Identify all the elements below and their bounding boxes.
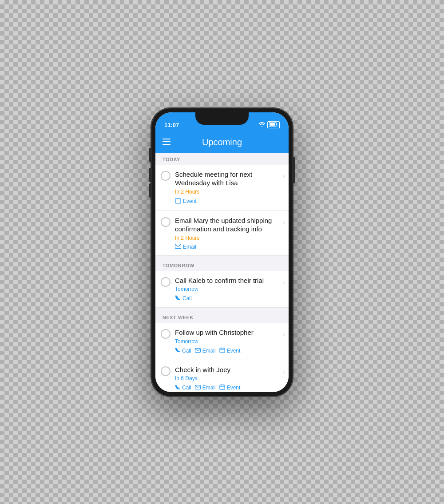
email-icon-4 bbox=[195, 348, 201, 354]
task-time-1: In 2 Hours bbox=[175, 189, 281, 195]
tag-call-4: Call bbox=[175, 347, 191, 354]
task-tags-4: Call Email bbox=[175, 347, 281, 354]
battery-icon bbox=[267, 121, 280, 128]
svg-rect-11 bbox=[220, 348, 225, 352]
svg-rect-8 bbox=[175, 200, 181, 200]
hamburger-icon[interactable] bbox=[163, 138, 170, 147]
tag-call-label-3: Call bbox=[182, 295, 192, 302]
section-header-next-week: NEXT WEEK bbox=[155, 311, 289, 323]
tag-call-label-5: Call bbox=[182, 385, 191, 391]
task-content-5: Check in with Joey In 6 Days Call bbox=[175, 365, 281, 392]
task-title-4: Follow up with Christopher bbox=[175, 328, 281, 337]
task-radio-2[interactable] bbox=[161, 217, 170, 227]
call-icon-4 bbox=[175, 347, 180, 354]
phone-screen: 11:07 bbox=[155, 112, 289, 392]
calendar-icon-4 bbox=[219, 347, 225, 354]
tag-email-label-5: Email bbox=[202, 385, 216, 391]
chevron-icon-3: › bbox=[283, 279, 285, 286]
task-tags-2: Email bbox=[175, 244, 281, 250]
section-divider-1 bbox=[155, 256, 289, 259]
task-tags-1: Event bbox=[175, 198, 281, 205]
tag-event-5: Event bbox=[219, 384, 241, 391]
chevron-icon-5: › bbox=[283, 368, 285, 375]
task-radio-1[interactable] bbox=[161, 171, 170, 181]
svg-rect-19 bbox=[220, 386, 225, 387]
calendar-icon bbox=[175, 198, 181, 205]
svg-rect-2 bbox=[163, 139, 170, 139]
task-item-3[interactable]: Call Kaleb to confirm their trial Tomorr… bbox=[155, 271, 289, 308]
svg-rect-3 bbox=[163, 141, 170, 142]
chevron-icon-1: › bbox=[283, 173, 285, 180]
section-header-tomorrow: TOMORROW bbox=[155, 259, 289, 271]
task-time-3: Tomorrow bbox=[175, 286, 281, 292]
tag-call-3: Call bbox=[175, 295, 192, 302]
svg-rect-14 bbox=[220, 349, 225, 349]
tag-event-label-5: Event bbox=[227, 385, 241, 391]
content-area: TODAY Schedule meeting for next Wednesda… bbox=[155, 153, 289, 392]
svg-rect-4 bbox=[163, 144, 170, 145]
tag-email-label-2: Email bbox=[183, 244, 196, 250]
task-content-3: Call Kaleb to confirm their trial Tomorr… bbox=[175, 276, 281, 302]
task-radio-5[interactable] bbox=[161, 366, 170, 376]
calendar-icon-5 bbox=[219, 384, 225, 391]
task-time-2: In 2 Hours bbox=[175, 235, 281, 241]
wifi-icon bbox=[259, 122, 265, 127]
tag-call-label-4: Call bbox=[182, 348, 191, 354]
tag-event-4: Event bbox=[219, 347, 241, 354]
svg-rect-18 bbox=[223, 384, 223, 385]
svg-rect-5 bbox=[175, 198, 181, 203]
task-title-5: Check in with Joey bbox=[175, 365, 281, 374]
status-icons bbox=[259, 121, 280, 128]
task-tags-3: Call bbox=[175, 295, 281, 302]
nav-title: Upcoming bbox=[178, 137, 266, 147]
task-title-2: Email Mary the updated shipping confirma… bbox=[175, 216, 281, 234]
svg-rect-13 bbox=[223, 347, 223, 349]
tag-event-label-4: Event bbox=[227, 348, 241, 354]
task-item-4[interactable]: Follow up with Christopher Tomorrow Call bbox=[155, 323, 289, 360]
chevron-icon-4: › bbox=[283, 331, 285, 338]
task-item[interactable]: Schedule meeting for next Wednesday with… bbox=[155, 165, 289, 211]
task-item-5[interactable]: Check in with Joey In 6 Days Call bbox=[155, 360, 289, 392]
svg-rect-1 bbox=[270, 123, 275, 126]
svg-rect-7 bbox=[179, 198, 180, 199]
task-title-3: Call Kaleb to confirm their trial bbox=[175, 276, 281, 285]
tag-event-1: Event bbox=[175, 198, 197, 205]
call-icon-5 bbox=[175, 385, 180, 391]
task-time-4: Tomorrow bbox=[175, 338, 281, 345]
task-content-1: Schedule meeting for next Wednesday with… bbox=[175, 170, 281, 205]
status-bar: 11:07 bbox=[155, 112, 289, 132]
task-content-2: Email Mary the updated shipping confirma… bbox=[175, 216, 281, 250]
task-radio-3[interactable] bbox=[161, 277, 170, 287]
tag-call-5: Call bbox=[175, 384, 191, 391]
tag-email-2: Email bbox=[175, 244, 196, 250]
section-divider-2 bbox=[155, 308, 289, 311]
svg-rect-17 bbox=[221, 384, 221, 385]
section-header-today: TODAY bbox=[155, 153, 289, 165]
nav-bar: Upcoming bbox=[155, 132, 289, 153]
task-content-4: Follow up with Christopher Tomorrow Call bbox=[175, 328, 281, 354]
email-icon bbox=[175, 244, 181, 250]
phone-frame: 11:07 bbox=[151, 108, 293, 397]
svg-rect-12 bbox=[221, 347, 221, 349]
task-title-1: Schedule meeting for next Wednesday with… bbox=[175, 170, 281, 187]
tag-email-4: Email bbox=[195, 347, 216, 354]
tag-email-5: Email bbox=[195, 384, 216, 391]
task-item-2[interactable]: Email Mary the updated shipping confirma… bbox=[155, 211, 289, 256]
chevron-icon-2: › bbox=[283, 219, 285, 226]
task-tags-5: Call Email bbox=[175, 384, 281, 391]
svg-rect-6 bbox=[177, 198, 178, 199]
task-radio-4[interactable] bbox=[161, 329, 170, 339]
tag-email-label-4: Email bbox=[202, 348, 216, 354]
svg-rect-16 bbox=[220, 385, 225, 389]
call-icon bbox=[175, 295, 181, 302]
notch bbox=[195, 112, 249, 125]
tag-event-label-1: Event bbox=[183, 198, 197, 204]
task-time-5: In 6 Days bbox=[175, 375, 281, 381]
email-icon-5 bbox=[195, 385, 201, 391]
